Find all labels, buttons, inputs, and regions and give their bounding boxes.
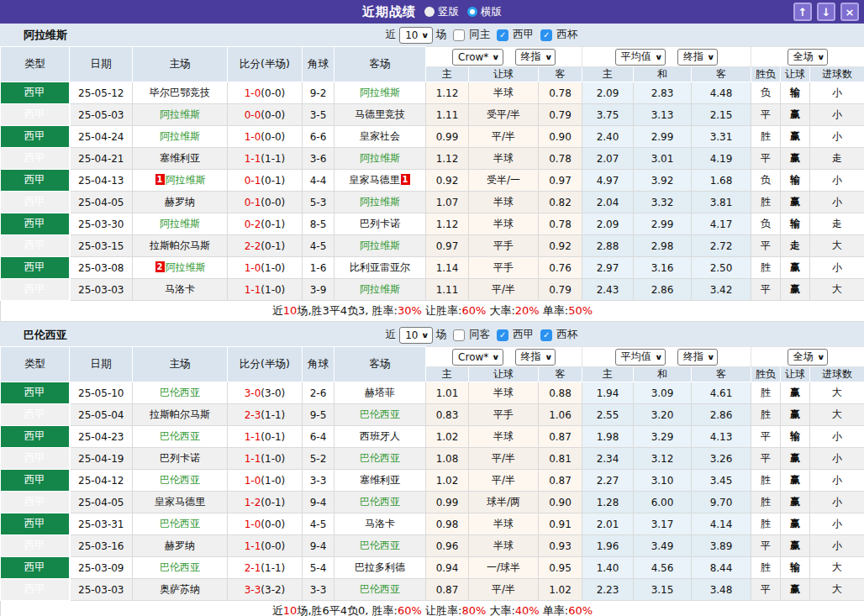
result-cell: 平 xyxy=(751,426,781,448)
league-liga-checkbox[interactable]: ✓ xyxy=(497,29,508,41)
score-cell: 1-1(1-0) xyxy=(228,448,303,470)
same-venue-checkbox[interactable] xyxy=(453,29,465,41)
result-cell: 胜 xyxy=(751,192,781,213)
avg-away-odds: 3.48 xyxy=(692,579,751,601)
matches-label: 场 xyxy=(436,328,447,342)
summary-text: 30% xyxy=(398,304,422,317)
date-cell: 25-03-08 xyxy=(70,257,133,279)
bookmaker-select[interactable]: Crow*∨ xyxy=(452,49,503,66)
scope-select[interactable]: 全场∨ xyxy=(788,49,828,66)
close-button[interactable]: × xyxy=(840,3,859,21)
table-row: 西甲25-05-12毕尔巴鄂竞技1-0(0-0)9-2阿拉维斯1.12半球0.7… xyxy=(1,82,864,104)
league-cell: 西甲 xyxy=(1,192,70,213)
average-select[interactable]: 平均值∨ xyxy=(615,49,666,66)
avg-time-select[interactable]: 终指∨ xyxy=(677,349,718,366)
match-count-select[interactable]: 10∨ xyxy=(399,27,433,44)
home-team-name: 毕尔巴鄂竞技 xyxy=(150,87,210,98)
handicap-result-cell: 输 xyxy=(781,213,810,235)
handicap-result-cell: 输 xyxy=(781,557,810,579)
home-team-cell: 皇家马德里 xyxy=(133,492,228,513)
result-cell: 平 xyxy=(751,579,781,601)
score-cell: 0-1(0-0) xyxy=(228,192,303,213)
score-cell: 1-1(0-1) xyxy=(228,426,303,448)
scope-select[interactable]: 全场∨ xyxy=(788,349,828,366)
move-down-button[interactable]: ↓ xyxy=(817,3,835,21)
sub-header-1: 让球 xyxy=(469,367,539,382)
handicap-away-odds: 0.92 xyxy=(539,235,582,257)
chevron-down-icon: ∨ xyxy=(421,331,429,340)
league-cup-checkbox[interactable]: ✓ xyxy=(540,329,552,341)
move-up-button[interactable]: ↑ xyxy=(793,3,812,21)
bookmaker-select[interactable]: Crow*∨ xyxy=(452,349,503,366)
odds-time-select[interactable]: 终指∨ xyxy=(515,349,556,366)
summary-text: 60% xyxy=(398,604,422,616)
corners-cell: 9-2 xyxy=(303,82,335,104)
handicap-line: 半球 xyxy=(469,426,539,448)
date-cell: 25-05-10 xyxy=(70,382,133,404)
bookmaker-select-value: Crow* xyxy=(458,51,488,63)
home-team-name: 巴伦西亚 xyxy=(160,387,200,398)
table-row: 西甲25-03-31巴伦西亚1-0(0-0)4-5马洛卡0.98半球0.912.… xyxy=(1,513,864,535)
chevron-down-icon: ∨ xyxy=(492,53,500,61)
league-liga-checkbox[interactable]: ✓ xyxy=(497,329,508,341)
bookmaker-select-value: Crow* xyxy=(458,351,488,363)
match-count-select[interactable]: 10∨ xyxy=(399,327,433,344)
score-cell: 2-3(1-1) xyxy=(228,404,303,426)
handicap-home-odds: 0.92 xyxy=(426,170,469,192)
layout-radio-vertical[interactable]: 竖版 xyxy=(424,5,459,19)
away-team-name: 巴拉多利德 xyxy=(355,561,405,573)
home-team-name: 赫罗纳 xyxy=(165,540,195,551)
league-cell: 西甲 xyxy=(1,82,70,104)
half-time-score: (0-0) xyxy=(261,540,285,552)
home-team-cell: 阿拉维斯 xyxy=(133,104,228,126)
summary-text: 大率: xyxy=(486,604,515,616)
avg-draw-odds: 3.32 xyxy=(634,192,692,213)
avg-away-odds: 4.19 xyxy=(692,148,751,170)
result-cell: 胜 xyxy=(751,492,781,513)
home-team-name: 阿拉维斯 xyxy=(166,174,206,186)
avg-time-select[interactable]: 终指∨ xyxy=(677,49,718,66)
avg-home-odds: 2.01 xyxy=(582,513,634,535)
titlebar-buttons: ↑ ↓ × xyxy=(793,3,859,21)
avg-away-odds: 4.14 xyxy=(692,513,751,535)
odds-time-select[interactable]: 终指∨ xyxy=(515,49,556,66)
avg-home-odds: 2.09 xyxy=(582,82,634,104)
date-cell: 25-04-12 xyxy=(70,470,133,492)
full-time-score: 1-1 xyxy=(245,431,261,443)
corners-cell: 1-6 xyxy=(303,257,335,279)
average-group-cell: 平均值∨终指∨ xyxy=(582,47,751,67)
full-time-score: 0-0 xyxy=(245,109,261,121)
half-time-score: (3-0) xyxy=(261,387,285,399)
radio-horizontal-label: 横版 xyxy=(481,5,502,19)
result-cell: 平 xyxy=(751,279,781,301)
handicap-away-odds: 0.90 xyxy=(539,492,582,513)
league-cell: 西甲 xyxy=(1,513,70,535)
avg-home-odds: 2.40 xyxy=(582,126,634,148)
table-row: 西甲25-03-16赫罗纳1-1(0-0)9-4巴伦西亚0.96半球0.931.… xyxy=(1,535,864,557)
header-1: 日期 xyxy=(70,347,133,382)
handicap-away-odds: 0.93 xyxy=(539,535,582,557)
average-select[interactable]: 平均值∨ xyxy=(615,349,666,366)
handicap-line: 半球 xyxy=(469,513,539,535)
same-venue-checkbox[interactable] xyxy=(453,329,465,341)
avg-home-odds: 1.28 xyxy=(582,492,634,513)
handicap-line: 受平/半 xyxy=(469,104,539,126)
handicap-result-cell: 赢 xyxy=(781,104,810,126)
handicap-home-odds: 0.99 xyxy=(426,492,469,513)
full-time-score: 1-0 xyxy=(245,87,261,99)
home-team-cell: 赫罗纳 xyxy=(133,192,228,213)
goals-result-cell: 走 xyxy=(810,148,864,170)
average-select-value: 平均值 xyxy=(621,50,651,64)
avg-home-odds: 2.43 xyxy=(582,279,634,301)
sub-header-7: 让球 xyxy=(781,67,810,82)
home-team-name: 巴列卡诺 xyxy=(160,452,200,464)
avg-draw-odds: 3.20 xyxy=(634,404,692,426)
home-team-name: 马洛卡 xyxy=(165,283,195,295)
summary-row: 近10场,胜3平4负3, 胜率:30% 让胜率:60% 大率:20% 单率:50… xyxy=(1,301,864,322)
layout-radio-horizontal[interactable]: 横版 xyxy=(467,5,502,19)
avg-away-odds: 3.26 xyxy=(692,448,751,470)
handicap-away-odds: 0.78 xyxy=(539,82,582,104)
league-cup-checkbox[interactable]: ✓ xyxy=(540,29,552,41)
corners-cell: 3-3 xyxy=(303,470,335,492)
away-team-name: 巴伦西亚 xyxy=(360,452,400,464)
